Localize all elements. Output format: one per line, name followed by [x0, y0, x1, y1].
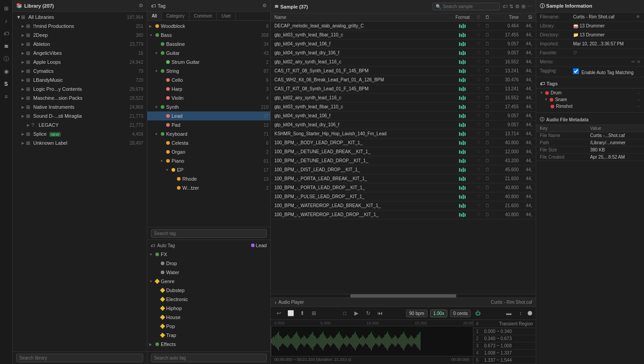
sample-row-10[interactable]: gtp_kit04_synth_lead_106_f♡🗒9.05744,	[271, 111, 536, 120]
sample-fav-17[interactable]: ♡	[474, 176, 483, 181]
tag-drum-arrow[interactable]: →	[636, 90, 640, 95]
lib-item-9[interactable]: ▶⊞Maschine...sion Packs28,522	[13, 93, 147, 102]
tag-tree-item-10[interactable]: Lead37	[147, 111, 270, 120]
lib-item-10[interactable]: ▶⊞Native Instruments24,868	[13, 102, 147, 111]
lib-item-11[interactable]: ▶⊞Sound D-...sti Miraglia21,773	[13, 111, 147, 120]
sample-note-20[interactable]: 🗒	[483, 203, 492, 208]
tag-tree-item-13[interactable]: Celesta6	[147, 138, 270, 147]
lib-item-12[interactable]: ▶?LEGACY21,773	[13, 120, 147, 129]
sample-fav-20[interactable]: ♡	[474, 203, 483, 208]
sample-note-4[interactable]: 🗒	[483, 59, 492, 64]
tag-tree-item-4[interactable]: Strum Guitar2	[147, 58, 270, 67]
sample-row-2[interactable]: gtp_kit04_synth_lead_106_f♡🗒9.05744,	[271, 40, 536, 49]
tag-tree-item-16[interactable]: ▼EP17	[147, 165, 270, 174]
sidebar-icon-list[interactable]: ≡	[1, 92, 11, 102]
sample-fav-14[interactable]: ♡	[474, 149, 483, 154]
sample-row-14[interactable]: 100_BPM_-_DETUNE_LEAD_BREAK__KIT_1_♡🗒12.…	[271, 147, 536, 156]
sample-row-1[interactable]: gtp_kit03_synth_lead_8bar_110_c♡🗒17.4554…	[271, 31, 536, 40]
filter-icon-sample[interactable]: ⚙	[515, 4, 520, 9]
expand-icon[interactable]: ⊞	[521, 4, 525, 9]
sample-fav-21[interactable]: ♡	[474, 212, 483, 217]
auto-tag-search-input[interactable]	[151, 354, 267, 362]
auto-tag-item-9[interactable]: Trap	[147, 331, 270, 340]
sample-fav-19[interactable]: ♡	[474, 194, 483, 199]
sidebar-icon-music[interactable]: ♪	[1, 16, 11, 26]
sample-note-18[interactable]: 🗒	[483, 185, 492, 190]
favorite-value[interactable]: ♡	[573, 50, 640, 55]
sort-icon[interactable]: ⇅	[509, 4, 513, 9]
tag-tree-item-7[interactable]: Harp3	[147, 84, 270, 93]
library-filter-icon[interactable]: ⚙	[139, 3, 143, 9]
sample-row-19[interactable]: 100_BPM_-_PULSE_LEAD_DROP__KIT_1_♡🗒40.80…	[271, 192, 536, 201]
tag-tree-item-15[interactable]: ▼Piano61	[147, 156, 270, 165]
tag-right-drum[interactable]: ▼ Drum →	[536, 89, 644, 96]
tag-right-snare[interactable]: ▼ Snare →	[536, 96, 644, 103]
sample-note-7[interactable]: 🗒	[483, 86, 492, 91]
sample-fav-12[interactable]: ♡	[474, 131, 483, 136]
tag-search-input[interactable]	[151, 229, 267, 238]
tag-right-rimshot[interactable]: Rimshot →	[536, 103, 644, 110]
tag-tab-all[interactable]: All	[147, 12, 162, 20]
sample-row-5[interactable]: CAS_IT_KIT_08_Synth_Lead_01_F_145_BPM♡🗒1…	[271, 67, 536, 75]
sample-note-3[interactable]: 🗒	[483, 50, 492, 55]
sample-note-1[interactable]: 🗒	[483, 32, 492, 37]
sample-note-0[interactable]: 🗒	[483, 23, 492, 28]
sample-note-8[interactable]: 🗒	[483, 95, 492, 100]
sample-scrollbar[interactable]	[271, 294, 536, 297]
sidebar-icon-grid[interactable]: ⊞	[1, 4, 11, 13]
library-search-input[interactable]	[16, 354, 143, 362]
lib-item-4[interactable]: ▶⊞AngelicVibes16	[13, 49, 147, 58]
auto-tag-checkbox[interactable]	[573, 68, 579, 74]
sidebar-icon-waveform[interactable]: ≋	[1, 41, 11, 51]
tag-tree-item-17[interactable]: Rhode13	[147, 174, 270, 183]
auto-tag-item-5[interactable]: Electronic	[147, 295, 270, 304]
tag-rimshot-arrow[interactable]: →	[636, 104, 640, 109]
sample-note-19[interactable]: 🗒	[483, 194, 492, 199]
lib-item-5[interactable]: ▶⊞Apple Loops24,942	[13, 58, 147, 67]
sample-row-0[interactable]: DECAP_melodic_lead_stab_analog_gritty_C♡…	[271, 22, 536, 31]
loop-btn[interactable]: ↩	[274, 309, 283, 318]
lib-item-1[interactable]: ▶⊞!!mind Productions251	[13, 22, 147, 31]
sample-note-13[interactable]: 🗒	[483, 140, 492, 145]
auto-tag-item-1[interactable]: Drop	[147, 259, 270, 268]
sample-fav-3[interactable]: ♡	[474, 50, 483, 55]
sample-note-15[interactable]: 🗒	[483, 158, 492, 163]
sample-fav-1[interactable]: ♡	[474, 32, 483, 37]
tag-snare-arrow[interactable]: →	[636, 97, 640, 102]
tag-icon[interactable]: 🏷	[503, 4, 507, 9]
sample-fav-5[interactable]: ♡	[474, 68, 483, 73]
rewind-btn[interactable]: ⏮	[375, 309, 384, 318]
sample-note-11[interactable]: 🗒	[483, 122, 492, 127]
sample-row-11[interactable]: gtp_kit04_synth_lead_dry_106_f♡🗒9.05744,	[271, 120, 536, 129]
sample-fav-15[interactable]: ♡	[474, 158, 483, 163]
sample-fav-7[interactable]: ♡	[474, 86, 483, 91]
auto-tag-item-10[interactable]: ▶Effects	[147, 340, 270, 349]
tag-tab-user[interactable]: User	[217, 12, 236, 20]
lib-item-2[interactable]: ▶⊞2Deep380	[13, 31, 147, 40]
waveform-canvas[interactable]	[271, 326, 473, 356]
tag-tree-item-9[interactable]: ▼Synth210	[147, 102, 270, 111]
tag-tab-category[interactable]: Category	[162, 12, 190, 20]
speed-display[interactable]: 1.00x	[430, 310, 447, 317]
sample-fav-2[interactable]: ♡	[474, 41, 483, 46]
waveform-btn[interactable]: □	[340, 309, 349, 318]
tag-tree-item-8[interactable]: Violin4	[147, 93, 270, 102]
sample-note-14[interactable]: 🗒	[483, 149, 492, 154]
sample-row-15[interactable]: 100_BPM_-_DETUNE_LEAD_DROP__KIT_1_♡🗒43.2…	[271, 156, 536, 165]
tag-tree-item-12[interactable]: ▼Keyboard71	[147, 129, 270, 138]
sidebar-icon-tag[interactable]: 🏷	[1, 29, 11, 39]
sample-fav-18[interactable]: ♡	[474, 185, 483, 190]
lib-item-14[interactable]: ▶⊞Unknown Label28,497	[13, 138, 147, 147]
sample-fav-4[interactable]: ♡	[474, 59, 483, 64]
sample-note-16[interactable]: 🗒	[483, 167, 492, 172]
eq-btn[interactable]: ↕	[516, 309, 525, 318]
tag-tree-item-11[interactable]: Pad12	[147, 120, 270, 129]
sample-fav-11[interactable]: ♡	[474, 122, 483, 127]
export-btn[interactable]: ⬆	[298, 309, 307, 318]
auto-tag-item-0[interactable]: ▼FX	[147, 250, 270, 259]
tag-tree-item-18[interactable]: W...tzer2	[147, 183, 270, 192]
auto-tag-item-6[interactable]: Hiphop	[147, 304, 270, 313]
more-icon[interactable]: ⋯	[527, 4, 532, 9]
tag-tree-item-3[interactable]: ▼Guitar43	[147, 49, 270, 58]
auto-tag-item-3[interactable]: ▼Genre	[147, 277, 270, 286]
